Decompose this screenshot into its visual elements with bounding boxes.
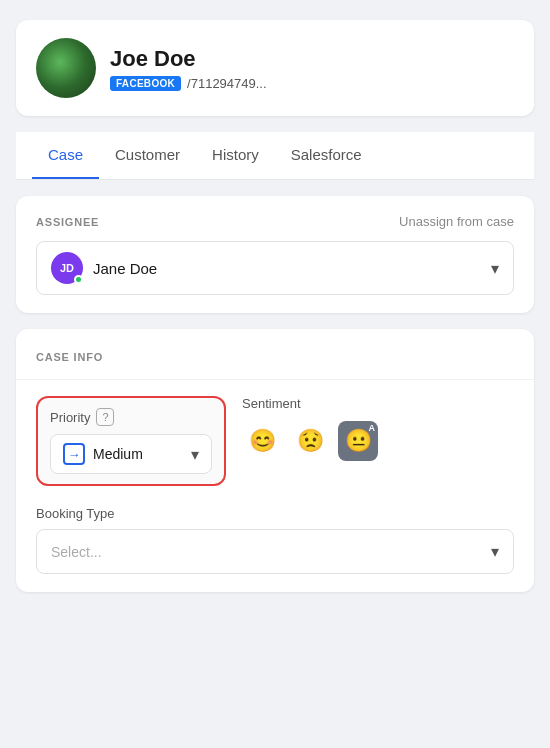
tabs-container: Case Customer History Salesforce: [16, 132, 534, 180]
tabs: Case Customer History Salesforce: [32, 132, 518, 179]
booking-type-dropdown[interactable]: Select... ▾: [36, 529, 514, 574]
profile-sub: FACEBOOK /711294749...: [110, 76, 267, 91]
booking-type-chevron-down-icon: ▾: [491, 542, 499, 561]
divider: [16, 379, 534, 380]
sentiment-section: Sentiment 😊 😟 😐: [242, 396, 514, 461]
assignee-header: ASSIGNEE Unassign from case: [36, 214, 514, 229]
assignee-avatar: JD: [51, 252, 83, 284]
priority-value: Medium: [93, 446, 143, 462]
priority-label-row: Priority ?: [50, 408, 212, 426]
platform-badge: FACEBOOK: [110, 76, 181, 91]
assignee-chevron-down-icon: ▾: [491, 259, 499, 278]
case-info-card: CASE INFO Priority ? → Medium ▾ Sentimen…: [16, 329, 534, 592]
case-info-header: CASE INFO: [36, 347, 514, 365]
tab-case[interactable]: Case: [32, 132, 99, 179]
sentiment-label: Sentiment: [242, 396, 514, 411]
assignee-name: Jane Doe: [93, 260, 157, 277]
priority-dropdown[interactable]: → Medium ▾: [50, 434, 212, 474]
profile-platform-id: /711294749...: [187, 76, 267, 91]
booking-type-placeholder: Select...: [51, 544, 102, 560]
assignee-initials: JD: [60, 262, 74, 274]
priority-box: Priority ? → Medium ▾: [36, 396, 226, 486]
online-indicator: [74, 275, 83, 284]
booking-type-label: Booking Type: [36, 506, 514, 521]
priority-left: → Medium: [63, 443, 143, 465]
unassign-link[interactable]: Unassign from case: [399, 214, 514, 229]
priority-label: Priority: [50, 410, 90, 425]
tab-salesforce[interactable]: Salesforce: [275, 132, 378, 179]
avatar: [36, 38, 96, 98]
priority-sentiment-row: Priority ? → Medium ▾ Sentiment 😊 😟 😐: [36, 396, 514, 486]
case-info-section-label: CASE INFO: [36, 351, 103, 363]
booking-type-section: Booking Type Select... ▾: [36, 506, 514, 574]
tab-history[interactable]: History: [196, 132, 275, 179]
assignee-dropdown[interactable]: JD Jane Doe ▾: [36, 241, 514, 295]
priority-help-icon[interactable]: ?: [96, 408, 114, 426]
priority-arrow-icon: →: [63, 443, 85, 465]
assignee-card: ASSIGNEE Unassign from case JD Jane Doe …: [16, 196, 534, 313]
sentiment-sad-button[interactable]: 😟: [290, 421, 330, 461]
sentiment-neutral-button[interactable]: 😐: [338, 421, 378, 461]
profile-card: Joe Doe FACEBOOK /711294749...: [16, 20, 534, 116]
priority-chevron-down-icon: ▾: [191, 445, 199, 464]
assignee-section-label: ASSIGNEE: [36, 216, 99, 228]
sentiment-happy-button[interactable]: 😊: [242, 421, 282, 461]
assignee-left: JD Jane Doe: [51, 252, 157, 284]
profile-info: Joe Doe FACEBOOK /711294749...: [110, 46, 267, 91]
tab-customer[interactable]: Customer: [99, 132, 196, 179]
profile-name: Joe Doe: [110, 46, 267, 72]
sentiment-icons: 😊 😟 😐: [242, 421, 514, 461]
